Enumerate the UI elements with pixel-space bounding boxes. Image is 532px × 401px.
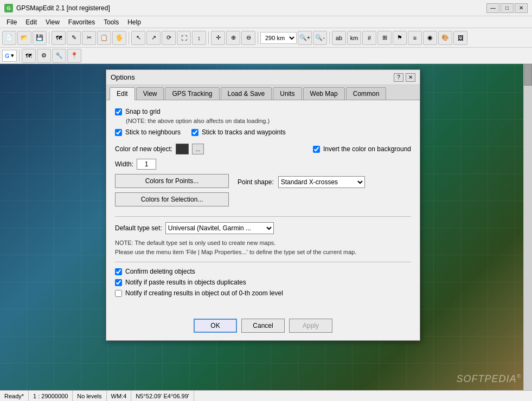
zoom-in-button[interactable]: 🔍+	[298, 31, 312, 45]
tb-btn-6[interactable]: ✂	[82, 31, 96, 45]
open-button[interactable]: 📂	[17, 31, 31, 45]
stick-tracks-label: Stick to tracks and waypoints	[202, 128, 286, 136]
app-title: GPSMapEdit 2.1 [not registered]	[16, 4, 486, 12]
tb-btn-14[interactable]: ✛	[211, 31, 225, 45]
tb2-btn4[interactable]: 📍	[67, 49, 81, 63]
divider1	[115, 216, 411, 217]
status-levels: No levels	[73, 391, 106, 401]
save-button[interactable]: 💾	[33, 31, 47, 45]
tab-load-save[interactable]: Load & Save	[221, 87, 272, 100]
tb-btn-4[interactable]: 🗺	[52, 31, 66, 45]
toolbar-main: 📄 📂 💾 🗺 ✎ ✂ 📋 🖐 ↖ ↗ ⟳ ⛶ ↕ ✛ ⊕ ⊖ 290 km 🔍…	[0, 28, 532, 48]
width-row: Width:	[115, 159, 411, 170]
color-dots-button[interactable]: ...	[192, 144, 204, 154]
default-type-select[interactable]: Universal (Navitel, Garmin ...	[165, 222, 274, 234]
snap-note: (NOTE: the above option also affects on …	[126, 118, 411, 124]
tab-web-map[interactable]: Web Map	[303, 87, 345, 100]
snap-to-grid-checkbox[interactable]	[115, 108, 122, 115]
colors-for-selection-button[interactable]: Colors for Selection...	[115, 192, 229, 206]
tb-btn-15[interactable]: ⊕	[226, 31, 240, 45]
invert-color-checkbox[interactable]	[313, 146, 320, 153]
zoom-dropdown[interactable]: 290 km	[260, 32, 297, 44]
menu-file[interactable]: File	[2, 17, 21, 27]
width-input[interactable]	[137, 159, 156, 170]
confirm-delete-label: Confirm deleting objects	[125, 268, 195, 275]
sep1	[49, 31, 49, 44]
menu-favorites[interactable]: Favorites	[64, 17, 99, 27]
dialog-help-button[interactable]: ?	[394, 73, 403, 82]
menu-bar: File Edit View Favorites Tools Help	[0, 16, 532, 28]
tb-btn-18[interactable]: km	[347, 31, 361, 45]
menu-view[interactable]: View	[41, 17, 64, 27]
dialog-content: Snap to grid (NOTE: the above option als…	[106, 100, 420, 307]
color-box[interactable]	[176, 144, 189, 154]
minimize-button[interactable]: —	[486, 3, 499, 13]
close-button[interactable]: ✕	[515, 3, 528, 13]
tb-btn-23[interactable]: ◉	[423, 31, 437, 45]
tb-btn-25[interactable]: 🖼	[453, 31, 467, 45]
confirm-delete-row: Confirm deleting objects	[115, 268, 411, 275]
toolbar-secondary: G ▾ 🗺 ⚙ 🔧 📍	[0, 48, 532, 64]
stick-tracks-row: Stick to tracks and waypoints	[191, 128, 286, 136]
menu-help[interactable]: Help	[123, 17, 145, 27]
tb-btn-9[interactable]: ↖	[131, 31, 145, 45]
zoom-out-button[interactable]: 🔍-	[313, 31, 327, 45]
tb-btn-20[interactable]: ⊞	[377, 31, 392, 45]
colors-for-points-button[interactable]: Colors for Points...	[115, 174, 229, 188]
tb-btn-12[interactable]: ⛶	[177, 31, 191, 45]
new-button[interactable]: 📄	[2, 31, 16, 45]
sep2	[129, 31, 129, 44]
options-dialog: Options ? ✕ Edit View GPS Tracking Load …	[106, 69, 420, 341]
tb-btn-10[interactable]: ↗	[146, 31, 161, 45]
tab-edit[interactable]: Edit	[110, 87, 135, 100]
point-shape-select[interactable]: Standard X-crosses	[278, 176, 365, 188]
dialog-title: Options	[111, 73, 394, 81]
dialog-footer: OK Cancel Apply	[106, 312, 420, 340]
tab-gps[interactable]: GPS Tracking	[165, 87, 219, 100]
tb-btn-13[interactable]: ↕	[192, 31, 206, 45]
sep-t2	[19, 49, 20, 62]
apply-button[interactable]: Apply	[289, 319, 332, 333]
dialog-tabs: Edit View GPS Tracking Load & Save Units…	[106, 85, 420, 100]
ok-button[interactable]: OK	[194, 319, 237, 333]
notify-zoom-checkbox[interactable]	[115, 290, 122, 297]
tb-btn-16[interactable]: ⊖	[241, 31, 255, 45]
tb-btn-11[interactable]: ⟳	[162, 31, 176, 45]
tb-btn-7[interactable]: 📋	[97, 31, 111, 45]
tb2-btn3[interactable]: 🔧	[52, 49, 66, 63]
google-button[interactable]: G ▾	[2, 50, 17, 62]
app-icon: G	[4, 4, 13, 12]
default-type-row: Default type set: Universal (Navitel, Ga…	[115, 222, 411, 234]
notify-paste-checkbox[interactable]	[115, 279, 122, 286]
status-coords: N5°52.09' E4°06.99'	[131, 391, 194, 401]
menu-edit[interactable]: Edit	[21, 17, 41, 27]
dialog-close-button[interactable]: ✕	[406, 73, 415, 82]
tb-btn-5[interactable]: ✎	[67, 31, 81, 45]
point-shape-row: Point shape: Standard X-crosses	[238, 174, 365, 188]
tb-btn-22[interactable]: ≡	[408, 31, 422, 45]
restore-button[interactable]: □	[501, 3, 514, 13]
stick-neighbours-checkbox[interactable]	[115, 129, 122, 136]
color-label: Color of new object:	[115, 145, 172, 153]
type-set-note: NOTE: The default type set is only used …	[115, 238, 411, 256]
tab-common[interactable]: Common	[346, 87, 387, 100]
tb2-btn1[interactable]: 🗺	[22, 49, 36, 63]
notify-paste-label: Notify if paste results in objects dupli…	[125, 279, 246, 286]
notify-paste-row: Notify if paste results in objects dupli…	[115, 279, 411, 286]
menu-tools[interactable]: Tools	[99, 17, 123, 27]
tb-btn-21[interactable]: ⚑	[393, 31, 407, 45]
stick-options-row: Stick to neighbours Stick to tracks and …	[115, 128, 411, 138]
status-bar: Ready* 1 : 29000000 No levels WM:4 N5°52…	[0, 390, 532, 401]
stick-neighbours-label: Stick to neighbours	[125, 128, 181, 136]
cancel-button[interactable]: Cancel	[241, 319, 285, 333]
tb-btn-8[interactable]: 🖐	[112, 31, 126, 45]
tb-btn-19[interactable]: #	[362, 31, 376, 45]
tb-btn-17[interactable]: ab	[332, 31, 346, 45]
tab-view[interactable]: View	[136, 87, 164, 100]
tab-units[interactable]: Units	[273, 87, 302, 100]
tb2-btn2[interactable]: ⚙	[37, 49, 51, 63]
confirm-delete-checkbox[interactable]	[115, 268, 122, 275]
left-buttons: Colors for Points... Colors for Selectio…	[115, 174, 229, 211]
tb-btn-24[interactable]: 🎨	[438, 31, 452, 45]
stick-tracks-checkbox[interactable]	[191, 129, 198, 136]
